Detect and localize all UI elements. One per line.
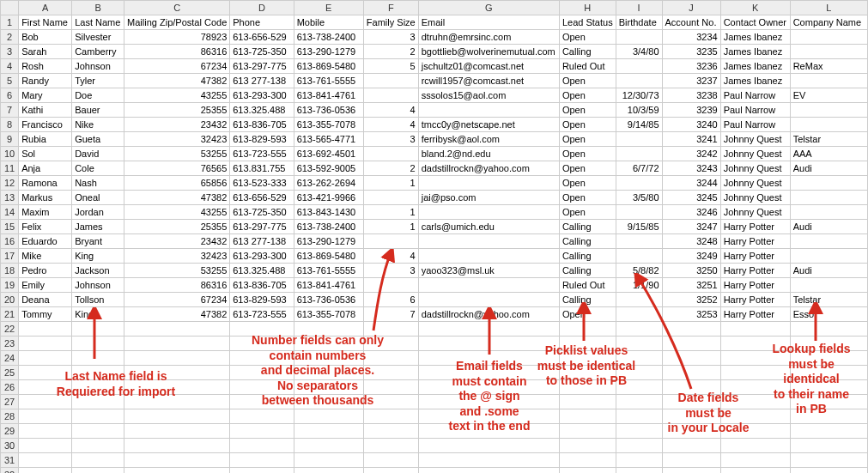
- cell[interactable]: Tyler: [72, 74, 124, 88]
- cell[interactable]: 3237: [662, 74, 720, 88]
- row-header[interactable]: 13: [1, 191, 19, 205]
- cell[interactable]: [559, 424, 616, 439]
- cell[interactable]: Bryant: [72, 234, 124, 249]
- cell[interactable]: 2: [363, 45, 418, 59]
- col-header-G[interactable]: G: [418, 1, 559, 15]
- cell[interactable]: [294, 351, 363, 366]
- cell[interactable]: [124, 468, 230, 474]
- cell[interactable]: Pedro: [19, 264, 72, 278]
- cell[interactable]: [294, 439, 363, 453]
- cell[interactable]: tmcc0y@netscape.net: [418, 118, 559, 132]
- cell[interactable]: 7: [363, 307, 418, 322]
- cell[interactable]: Rubia: [19, 132, 72, 147]
- cell[interactable]: Open: [559, 205, 616, 220]
- cell[interactable]: jai@pso.com: [418, 191, 559, 205]
- cell[interactable]: Audi: [790, 264, 867, 278]
- cell[interactable]: 613-725-350: [230, 205, 294, 220]
- field-header-C[interactable]: Mailing Zip/Postal Code: [124, 15, 230, 30]
- cell[interactable]: 613-738-2400: [294, 220, 363, 234]
- cell[interactable]: [19, 439, 72, 453]
- cell[interactable]: [662, 468, 720, 474]
- cell[interactable]: [559, 468, 616, 474]
- row-header[interactable]: 6: [1, 88, 19, 103]
- cell[interactable]: Maxim: [19, 205, 72, 220]
- cell[interactable]: Cole: [72, 161, 124, 176]
- cell[interactable]: Camberry: [72, 45, 124, 59]
- cell[interactable]: 3245: [662, 191, 720, 205]
- cell[interactable]: [230, 351, 294, 366]
- field-header-F[interactable]: Family Size: [363, 15, 418, 30]
- cell[interactable]: 613-355-7078: [294, 307, 363, 322]
- cell[interactable]: [720, 322, 790, 337]
- cell[interactable]: 47382: [124, 307, 230, 322]
- col-header-F[interactable]: F: [363, 1, 418, 15]
- cell[interactable]: [124, 453, 230, 468]
- cell[interactable]: Harry Potter: [720, 220, 790, 234]
- cell[interactable]: Ruled Out: [559, 59, 616, 74]
- cell[interactable]: 9/14/85: [616, 118, 662, 132]
- cell[interactable]: James: [72, 220, 124, 234]
- cell[interactable]: [19, 468, 72, 474]
- cell[interactable]: 3: [363, 264, 418, 278]
- field-header-G[interactable]: Email: [418, 15, 559, 30]
- cell[interactable]: rcwill1957@comcast.net: [418, 74, 559, 88]
- cell[interactable]: Mike: [19, 249, 72, 264]
- cell[interactable]: 2: [363, 161, 418, 176]
- field-header-L[interactable]: Company Name: [790, 15, 867, 30]
- cell[interactable]: [418, 234, 559, 249]
- cell[interactable]: Open: [559, 132, 616, 147]
- cell[interactable]: [790, 337, 867, 351]
- cell[interactable]: 78923: [124, 30, 230, 45]
- cell[interactable]: [418, 380, 559, 395]
- row-header[interactable]: 28: [1, 409, 19, 424]
- cell[interactable]: [616, 293, 662, 307]
- cell[interactable]: [363, 366, 418, 380]
- cell[interactable]: 3250: [662, 264, 720, 278]
- cell[interactable]: Calling: [559, 264, 616, 278]
- cell[interactable]: 25355: [124, 220, 230, 234]
- cell[interactable]: [616, 453, 662, 468]
- cell[interactable]: [230, 424, 294, 439]
- cell[interactable]: 23432: [124, 118, 230, 132]
- cell[interactable]: [790, 351, 867, 366]
- cell[interactable]: 53255: [124, 264, 230, 278]
- cell[interactable]: [559, 366, 616, 380]
- cell[interactable]: [363, 322, 418, 337]
- cell[interactable]: Ramona: [19, 176, 72, 191]
- cell[interactable]: 65856: [124, 176, 230, 191]
- cell[interactable]: [790, 439, 867, 453]
- row-header[interactable]: 27: [1, 395, 19, 409]
- cell[interactable]: [230, 366, 294, 380]
- cell[interactable]: [616, 322, 662, 337]
- cell[interactable]: 3249: [662, 249, 720, 264]
- cell[interactable]: [363, 234, 418, 249]
- cell[interactable]: [72, 337, 124, 351]
- cell[interactable]: Calling: [559, 249, 616, 264]
- cell[interactable]: Felix: [19, 220, 72, 234]
- row-header[interactable]: 12: [1, 176, 19, 191]
- cell[interactable]: [72, 424, 124, 439]
- cell[interactable]: [616, 307, 662, 322]
- cell[interactable]: Audi: [790, 220, 867, 234]
- cell[interactable]: bgottlieb@wolverinemutual.com: [418, 45, 559, 59]
- cell[interactable]: Sol: [19, 147, 72, 161]
- cell[interactable]: Kathi: [19, 103, 72, 118]
- cell[interactable]: [616, 132, 662, 147]
- cell[interactable]: Esso: [790, 307, 867, 322]
- row-header[interactable]: 20: [1, 293, 19, 307]
- cell[interactable]: Johnny Quest: [720, 132, 790, 147]
- col-header-D[interactable]: D: [230, 1, 294, 15]
- cell[interactable]: [720, 453, 790, 468]
- cell[interactable]: [662, 337, 720, 351]
- cell[interactable]: [559, 439, 616, 453]
- cell[interactable]: ferribysk@aol.com: [418, 132, 559, 147]
- cell[interactable]: [616, 366, 662, 380]
- cell[interactable]: [363, 439, 418, 453]
- cell[interactable]: 3234: [662, 30, 720, 45]
- cell[interactable]: [616, 74, 662, 88]
- row-header[interactable]: 9: [1, 132, 19, 147]
- cell[interactable]: 613-290-1279: [294, 45, 363, 59]
- row-header[interactable]: 30: [1, 439, 19, 453]
- cell[interactable]: [363, 380, 418, 395]
- row-header[interactable]: 17: [1, 249, 19, 264]
